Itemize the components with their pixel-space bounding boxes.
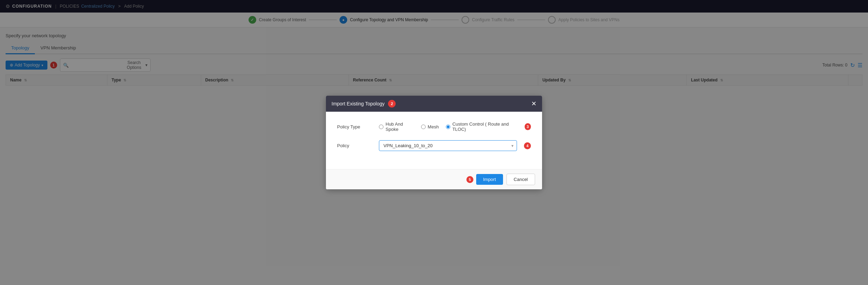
modal-step-badge-2: 2 xyxy=(388,100,396,108)
radio-custom-control-label: Custom Control ( Route and TLOC) xyxy=(452,121,518,132)
radio-mesh-label: Mesh xyxy=(428,124,439,129)
policy-select[interactable]: VPN_Leaking_10_to_20 xyxy=(379,140,517,151)
radio-hub-spoke-input[interactable] xyxy=(379,125,383,129)
modal-close-button[interactable]: ✕ xyxy=(531,101,536,107)
radio-mesh[interactable]: Mesh xyxy=(421,124,439,129)
modal-header: Import Existing Topology 2 ✕ xyxy=(326,96,542,112)
radio-custom-control[interactable]: Custom Control ( Route and TLOC) xyxy=(446,121,518,132)
modal-overlay: Import Existing Topology 2 ✕ Policy Type… xyxy=(0,0,868,282)
radio-hub-spoke-label: Hub And Spoke xyxy=(386,121,414,132)
cancel-button[interactable]: Cancel xyxy=(507,174,535,185)
step-badge-5: 5 xyxy=(466,176,473,183)
policy-row: Policy VPN_Leaking_10_to_20 ▾ 4 xyxy=(337,140,531,151)
radio-hub-spoke[interactable]: Hub And Spoke xyxy=(379,121,414,132)
import-button[interactable]: Import xyxy=(476,174,503,185)
modal-header-left: Import Existing Topology 2 xyxy=(332,100,396,108)
modal-title: Import Existing Topology xyxy=(332,101,384,106)
policy-select-wrapper: VPN_Leaking_10_to_20 ▾ xyxy=(379,140,517,151)
policy-type-controls: Hub And Spoke Mesh Custom Control ( Rout… xyxy=(379,121,531,132)
import-topology-modal: Import Existing Topology 2 ✕ Policy Type… xyxy=(326,96,542,189)
modal-footer: 5 Import Cancel xyxy=(326,169,542,189)
radio-mesh-input[interactable] xyxy=(421,125,426,129)
policy-label: Policy xyxy=(337,143,372,148)
footer-badge-wrapper: 5 Import xyxy=(466,174,503,185)
policy-controls: VPN_Leaking_10_to_20 ▾ 4 xyxy=(379,140,531,151)
radio-custom-control-input[interactable] xyxy=(446,125,450,129)
policy-type-row: Policy Type Hub And Spoke Mesh Custom Co… xyxy=(337,121,531,132)
modal-body: Policy Type Hub And Spoke Mesh Custom Co… xyxy=(326,112,542,169)
policy-type-label: Policy Type xyxy=(337,124,372,129)
step-badge-4: 4 xyxy=(524,142,531,149)
step-badge-3: 3 xyxy=(525,123,531,130)
